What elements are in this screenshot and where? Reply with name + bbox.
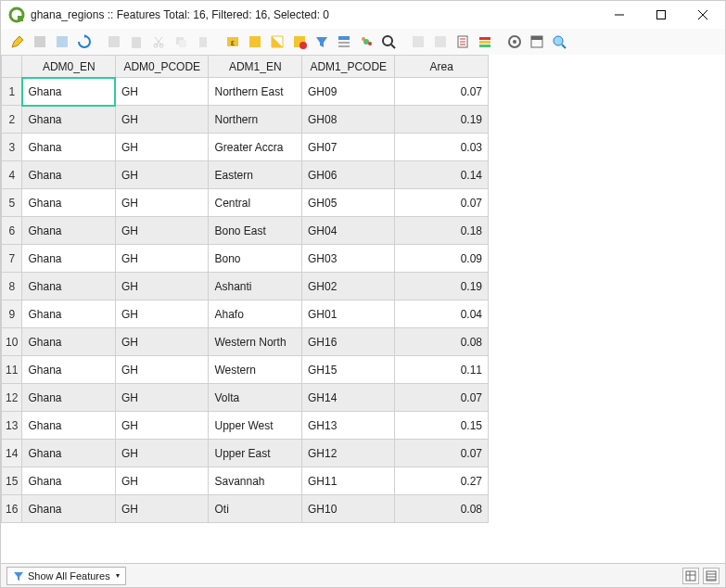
- cell[interactable]: GH: [115, 328, 209, 356]
- select-all-icon[interactable]: [245, 32, 265, 52]
- table-row[interactable]: 3GhanaGHGreater AccraGH070.03: [2, 134, 489, 161]
- cell[interactable]: Ghana: [22, 217, 116, 245]
- row-number[interactable]: 1: [2, 78, 22, 106]
- cell[interactable]: GH16: [301, 328, 395, 356]
- cell[interactable]: Ashanti: [209, 273, 302, 300]
- cell[interactable]: GH: [115, 78, 209, 106]
- cell[interactable]: GH03: [301, 245, 395, 273]
- table-row[interactable]: 4GhanaGHEasternGH060.14: [2, 161, 489, 189]
- cell[interactable]: Ghana: [22, 495, 116, 523]
- row-number[interactable]: 11: [2, 356, 22, 384]
- column-header[interactable]: ADM0_PCODE: [115, 56, 209, 78]
- minimize-button[interactable]: [598, 2, 640, 28]
- cell[interactable]: Oti: [209, 495, 302, 523]
- cell[interactable]: Ghana: [22, 134, 116, 161]
- pan-to-icon[interactable]: [356, 32, 376, 52]
- cell[interactable]: GH13: [301, 412, 395, 440]
- cell[interactable]: GH11: [301, 467, 395, 495]
- cell[interactable]: Ghana: [22, 106, 116, 134]
- cell[interactable]: 0.07: [395, 440, 489, 467]
- cell[interactable]: Upper East: [209, 440, 302, 467]
- cell[interactable]: Ghana: [22, 161, 116, 189]
- table-row[interactable]: 6GhanaGHBono EastGH040.18: [2, 217, 489, 245]
- cell[interactable]: GH14: [301, 384, 395, 412]
- delete-feature-icon[interactable]: [126, 32, 146, 52]
- column-header[interactable]: ADM1_PCODE: [301, 56, 395, 78]
- cell[interactable]: GH: [115, 134, 209, 161]
- cell[interactable]: 0.27: [395, 467, 489, 495]
- cell[interactable]: 0.19: [395, 106, 489, 134]
- cell[interactable]: Bono: [209, 245, 302, 273]
- row-number[interactable]: 13: [2, 412, 22, 440]
- cell[interactable]: Ghana: [22, 440, 116, 467]
- cell[interactable]: 0.03: [395, 134, 489, 161]
- delete-field-icon[interactable]: [430, 32, 451, 52]
- cell[interactable]: Upper West: [209, 412, 302, 440]
- table-row[interactable]: 1GhanaGHNorthern EastGH090.07: [2, 78, 489, 106]
- row-number[interactable]: 3: [2, 134, 22, 161]
- row-number[interactable]: 5: [2, 189, 22, 217]
- table-row[interactable]: 7GhanaGHBonoGH030.09: [2, 245, 489, 273]
- cell[interactable]: 0.07: [395, 189, 489, 217]
- column-header[interactable]: Area: [395, 56, 489, 78]
- cell[interactable]: GH: [115, 217, 209, 245]
- row-number[interactable]: 2: [2, 106, 22, 134]
- cell[interactable]: Western North: [209, 328, 302, 356]
- table-row[interactable]: 16GhanaGHOtiGH100.08: [2, 495, 489, 523]
- cell[interactable]: GH: [115, 300, 209, 328]
- cell[interactable]: GH: [115, 356, 209, 384]
- column-header[interactable]: ADM1_EN: [209, 56, 302, 78]
- cell[interactable]: Volta: [209, 384, 302, 412]
- attribute-table-container[interactable]: ADM0_EN ADM0_PCODE ADM1_EN ADM1_PCODE Ar…: [1, 55, 725, 563]
- move-top-icon[interactable]: [334, 32, 354, 52]
- cell[interactable]: 0.18: [395, 217, 489, 245]
- table-view-button[interactable]: [703, 568, 720, 584]
- zoom-to-icon[interactable]: [378, 32, 399, 52]
- cell[interactable]: GH: [115, 440, 209, 467]
- multi-edit-icon[interactable]: [30, 32, 50, 52]
- cell[interactable]: GH: [115, 412, 209, 440]
- cell[interactable]: GH: [115, 273, 209, 300]
- cell[interactable]: Ahafo: [209, 300, 302, 328]
- conditional-format-icon[interactable]: [475, 32, 495, 52]
- expression-select-icon[interactable]: ε: [223, 32, 243, 52]
- corner-cell[interactable]: [2, 56, 22, 78]
- row-number[interactable]: 8: [2, 273, 22, 300]
- row-number[interactable]: 10: [2, 328, 22, 356]
- row-number[interactable]: 4: [2, 161, 22, 189]
- cell[interactable]: 0.08: [395, 328, 489, 356]
- invert-selection-icon[interactable]: [267, 32, 287, 52]
- cell[interactable]: GH01: [301, 300, 395, 328]
- cell[interactable]: GH15: [301, 356, 395, 384]
- cell[interactable]: Central: [209, 189, 302, 217]
- close-button[interactable]: [681, 2, 723, 28]
- field-calc-icon[interactable]: [452, 32, 473, 52]
- row-number[interactable]: 15: [2, 467, 22, 495]
- cell[interactable]: 0.04: [395, 300, 489, 328]
- paste-icon[interactable]: [193, 32, 213, 52]
- cell[interactable]: GH: [115, 384, 209, 412]
- cell[interactable]: GH08: [301, 106, 395, 134]
- cell[interactable]: GH: [115, 495, 209, 523]
- new-field-icon[interactable]: [408, 32, 428, 52]
- cell[interactable]: 0.11: [395, 356, 489, 384]
- cell[interactable]: Ghana: [22, 189, 116, 217]
- cell[interactable]: Savannah: [209, 467, 302, 495]
- cell[interactable]: 0.07: [395, 78, 489, 106]
- table-row[interactable]: 9GhanaGHAhafoGH010.04: [2, 300, 489, 328]
- cell[interactable]: Ghana: [22, 384, 116, 412]
- cell[interactable]: Ghana: [22, 78, 116, 106]
- table-row[interactable]: 2GhanaGHNorthernGH080.19: [2, 106, 489, 134]
- cell[interactable]: 0.07: [395, 384, 489, 412]
- row-number[interactable]: 6: [2, 217, 22, 245]
- cell[interactable]: GH: [115, 467, 209, 495]
- actions-icon[interactable]: [504, 32, 525, 52]
- cell[interactable]: GH: [115, 161, 209, 189]
- filter-mode-button[interactable]: Show All Features ▾: [6, 567, 126, 585]
- cut-icon[interactable]: [148, 32, 169, 52]
- table-row[interactable]: 13GhanaGHUpper WestGH130.15: [2, 412, 489, 440]
- table-row[interactable]: 5GhanaGHCentralGH050.07: [2, 189, 489, 217]
- table-row[interactable]: 14GhanaGHUpper EastGH120.07: [2, 440, 489, 467]
- cell[interactable]: Ghana: [22, 328, 116, 356]
- cell[interactable]: Ghana: [22, 273, 116, 300]
